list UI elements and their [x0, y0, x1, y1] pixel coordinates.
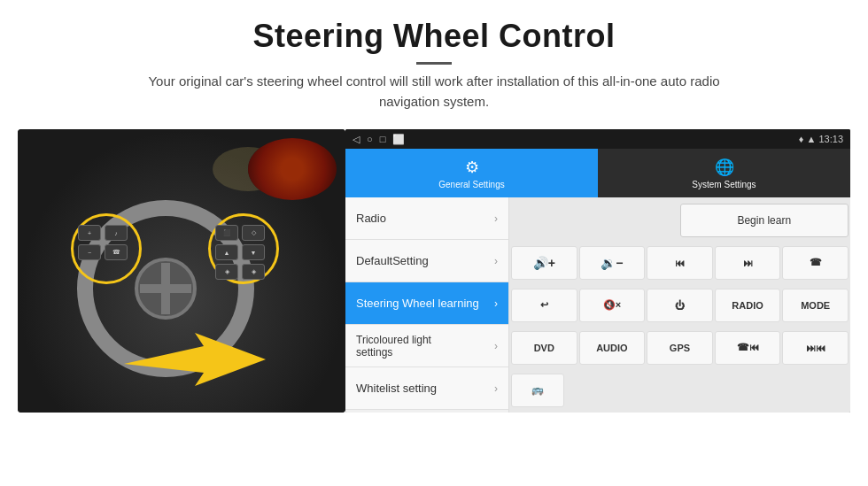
right-button-group: ⬛ ◇ ▲ ▼ ◈ ◈	[215, 225, 265, 280]
home-nav-icon[interactable]: ○	[367, 134, 373, 145]
location-icon: ♦	[799, 134, 804, 144]
wheel-btn-seek-dn: ▼	[242, 244, 265, 260]
wheel-btn-phone: ☎	[105, 244, 128, 260]
nav-tabs: ⚙ General Settings 🌐 System Settings	[345, 149, 850, 197]
list-icon-button[interactable]: 🚌	[511, 374, 564, 407]
menu-item-steering[interactable]: Steering Wheel learning ›	[345, 282, 508, 325]
next-prev-button[interactable]: ⏭⏮	[782, 331, 849, 365]
menu-radio-label: Radio	[356, 212, 386, 225]
menu-item-whitelist[interactable]: Whitelist setting ›	[345, 367, 508, 410]
menu-default-label: DefaultSetting	[356, 254, 429, 267]
mute-icon: 🔇×	[603, 299, 621, 311]
tab-system-label: System Settings	[692, 180, 756, 189]
begin-learn-label: Begin learn	[737, 214, 791, 227]
wheel-spoke-v	[161, 263, 170, 314]
screenshot-icon[interactable]: ⬜	[392, 134, 405, 145]
page-header: Steering Wheel Control Your original car…	[0, 0, 868, 120]
menu-item-radio[interactable]: Radio ›	[345, 197, 508, 240]
left-menu: Radio › DefaultSetting › Steering Wheel …	[345, 197, 509, 413]
empty-cell-1	[511, 204, 678, 237]
steering-wheel-center	[135, 258, 197, 320]
power-button[interactable]: ⏻	[647, 289, 713, 322]
status-bar-left: ◁ ○ □ ⬜	[353, 134, 405, 145]
android-panel: ◁ ○ □ ⬜ ♦ ▲ 13:13 ⚙ General Settings 🌐 S…	[345, 129, 850, 413]
status-bar: ◁ ○ □ ⬜ ♦ ▲ 13:13	[345, 129, 850, 149]
vol-down-icon: 🔉−	[601, 256, 623, 270]
menu-tricoloured-label: Tricoloured lightsettings	[356, 334, 431, 359]
recents-nav-icon[interactable]: □	[380, 134, 386, 145]
phone-button[interactable]: ☎	[782, 246, 849, 280]
back-icon: ↩	[540, 299, 548, 311]
back-button[interactable]: ↩	[511, 289, 577, 322]
tab-general-settings[interactable]: ⚙ General Settings	[345, 149, 598, 197]
back-nav-icon[interactable]: ◁	[353, 134, 360, 145]
tab-general-label: General Settings	[438, 180, 505, 189]
mode-button[interactable]: MODE	[782, 289, 849, 322]
wheel-btn-src: ⬛	[215, 225, 238, 241]
vol-down-button[interactable]: 🔉−	[579, 246, 646, 280]
vol-up-button[interactable]: 🔊+	[511, 246, 577, 280]
steering-wheel-image: + ♪ − ☎ ⬛ ◇ ▲ ▼ ◈ ◈	[18, 129, 345, 413]
right-controls: Begin learn 🔊+ 🔉− ⏮ ⏭	[509, 197, 850, 413]
list-icon: 🚌	[531, 384, 544, 396]
menu-item-default[interactable]: DefaultSetting ›	[345, 240, 508, 282]
vol-up-icon: 🔊+	[533, 256, 555, 270]
wheel-btn-seek-up: ▲	[215, 244, 238, 260]
tab-system-settings[interactable]: 🌐 System Settings	[598, 149, 850, 197]
next-prev-icon: ⏭⏮	[806, 343, 825, 353]
main-content: + ♪ − ☎ ⬛ ◇ ▲ ▼ ◈ ◈ ◁ ○ □ ⬜	[0, 120, 868, 421]
menu-item-tricoloured[interactable]: Tricoloured lightsettings ›	[345, 325, 508, 367]
mode-label: MODE	[801, 300, 830, 311]
phone-prev-button[interactable]: ☎⏮	[715, 331, 781, 365]
wheel-btn-mode: ◇	[242, 225, 265, 241]
begin-learn-button[interactable]: Begin learn	[680, 204, 849, 237]
page-subtitle: Your original car's steering wheel contr…	[124, 72, 744, 112]
phone-icon: ☎	[810, 257, 822, 268]
page-title: Steering Wheel Control	[35, 18, 833, 55]
gauge-decoration	[248, 138, 337, 200]
control-row-4: DVD AUDIO GPS ☎⏮ ⏭⏮	[511, 327, 849, 368]
control-row-2: 🔊+ 🔉− ⏮ ⏭ ☎	[511, 242, 849, 283]
menu-whitelist-label: Whitelist setting	[356, 382, 437, 395]
chevron-whitelist: ›	[494, 382, 498, 395]
chevron-steering: ›	[494, 297, 498, 310]
phone-prev-icon: ☎⏮	[737, 342, 759, 353]
audio-button[interactable]: AUDIO	[579, 331, 646, 365]
system-settings-icon: 🌐	[715, 158, 734, 177]
radio-button[interactable]: RADIO	[715, 289, 781, 322]
chevron-radio: ›	[494, 212, 498, 225]
gps-label: GPS	[670, 343, 690, 353]
control-row-5: 🚌	[511, 369, 849, 411]
wheel-btn-vol-plus: +	[78, 225, 101, 241]
menu-steering-label: Steering Wheel learning	[356, 297, 479, 310]
audio-label: AUDIO	[596, 343, 627, 353]
prev-track-button[interactable]: ⏮	[647, 246, 713, 280]
wheel-btn-music: ♪	[105, 225, 128, 241]
content-area: Radio › DefaultSetting › Steering Wheel …	[345, 197, 850, 413]
power-icon: ⏻	[675, 300, 685, 311]
svg-marker-0	[124, 333, 266, 386]
wheel-btn-extra1: ◈	[215, 264, 238, 280]
control-row-1: Begin learn	[511, 199, 849, 241]
wheel-btn-extra2: ◈	[242, 264, 265, 280]
next-icon: ⏭	[743, 258, 753, 268]
mute-button[interactable]: 🔇×	[579, 289, 646, 322]
gps-button[interactable]: GPS	[647, 331, 713, 365]
wifi-icon: ▲	[807, 134, 817, 144]
control-row-3: ↩ 🔇× ⏻ RADIO MODE	[511, 284, 849, 326]
status-time: 13:13	[818, 134, 843, 144]
yellow-arrow	[124, 315, 266, 386]
next-track-button[interactable]: ⏭	[715, 246, 781, 280]
dvd-label: DVD	[534, 343, 554, 353]
chevron-tricoloured: ›	[494, 340, 498, 352]
general-settings-icon: ⚙	[465, 158, 479, 177]
dvd-button[interactable]: DVD	[511, 331, 577, 365]
status-bar-right: ♦ ▲ 13:13	[799, 134, 843, 144]
prev-icon: ⏮	[675, 258, 685, 268]
left-button-group: + ♪ − ☎	[78, 225, 128, 260]
chevron-default: ›	[494, 255, 498, 267]
wheel-btn-vol-minus: −	[78, 244, 101, 260]
header-divider	[416, 62, 452, 65]
radio-label: RADIO	[732, 300, 763, 311]
